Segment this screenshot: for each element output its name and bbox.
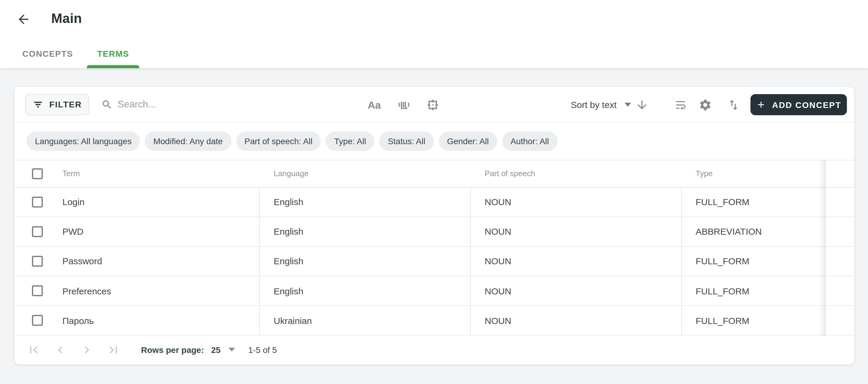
chip-author[interactable]: Author: All (502, 131, 558, 150)
chip-label: Modified: Any date (153, 136, 223, 146)
pagination-bar: Rows per page: 25 1-5 of 5 (14, 336, 854, 364)
last-page-icon[interactable] (106, 343, 121, 357)
chip-label: Status: All (388, 136, 426, 146)
table-header: Term Language Part of speech Type (14, 160, 854, 187)
chip-status[interactable]: Status: All (379, 131, 434, 150)
page-title: Main (51, 11, 82, 27)
language-cell: English (259, 276, 470, 305)
plus-icon (756, 99, 766, 110)
filter-lines-icon (33, 99, 43, 110)
column-header-term: Term (62, 169, 80, 178)
chip-modified[interactable]: Modified: Any date (145, 131, 231, 150)
table-row[interactable]: Login English NOUN FULL_FORM (14, 187, 854, 217)
language-cell: English (259, 247, 470, 276)
term-cell: Preferences (62, 286, 111, 296)
toolbar: FILTER Aa Sort by t (14, 87, 854, 122)
sort-by-label: Sort by text (571, 99, 617, 110)
search-box (101, 94, 299, 115)
terms-card: FILTER Aa Sort by t (14, 87, 854, 364)
first-page-icon[interactable] (27, 343, 41, 357)
row-checkbox[interactable] (32, 285, 42, 296)
row-checkbox[interactable] (32, 256, 42, 267)
pagination-range: 1-5 of 5 (248, 345, 277, 355)
app-bar: Main CONCEPTS TERMS (0, 0, 868, 68)
row-checkbox[interactable] (32, 196, 42, 207)
search-input[interactable] (118, 99, 299, 110)
type-cell: FULL_FORM (681, 187, 825, 216)
chip-label: Author: All (510, 136, 549, 146)
sort-by-dropdown[interactable]: Sort by text (571, 94, 631, 115)
language-cell: English (259, 217, 470, 246)
type-cell: ABBREVIATION (681, 217, 825, 246)
tab-concepts[interactable]: CONCEPTS (8, 39, 87, 68)
match-case-icon[interactable]: Aa (368, 99, 381, 111)
chip-part-of-speech[interactable]: Part of speech: All (236, 131, 321, 150)
table-row[interactable]: Password English NOUN FULL_FORM (14, 247, 854, 276)
term-cell: PWD (62, 227, 84, 237)
caret-down-icon (228, 348, 235, 352)
chip-label: Type: All (334, 136, 366, 146)
arrow-left-icon (16, 12, 31, 27)
actions-cell (825, 217, 854, 246)
actions-cell (825, 306, 854, 335)
fuzzy-match-icon[interactable] (397, 98, 411, 112)
previous-page-icon[interactable] (53, 343, 67, 357)
terminology-page: Main CONCEPTS TERMS FILTER (0, 0, 868, 384)
column-header-type: Type (681, 160, 825, 187)
wrap-text-icon[interactable] (674, 98, 687, 111)
back-button[interactable] (16, 12, 31, 27)
next-page-icon[interactable] (80, 343, 94, 357)
part-of-speech-cell: NOUN (470, 187, 681, 216)
part-of-speech-cell: NOUN (470, 217, 681, 246)
part-of-speech-cell: NOUN (470, 306, 681, 335)
chip-label: Languages: All languages (35, 136, 132, 146)
table-row[interactable]: PWD English NOUN ABBREVIATION (14, 217, 854, 246)
chip-label: Part of speech: All (244, 136, 313, 146)
column-header-actions (825, 160, 854, 187)
rows-per-page-value: 25 (211, 345, 221, 355)
actions-cell (825, 187, 854, 216)
swap-vertical-icon[interactable] (727, 98, 740, 111)
select-all-checkbox[interactable] (32, 168, 42, 179)
chip-label: Gender: All (447, 136, 489, 146)
add-concept-label: ADD CONCEPT (772, 100, 841, 110)
content-area: FILTER Aa Sort by t (0, 68, 868, 384)
filter-button-label: FILTER (50, 100, 82, 110)
column-header-part-of-speech: Part of speech (470, 160, 681, 187)
filter-button[interactable]: FILTER (25, 94, 89, 115)
part-of-speech-cell: NOUN (470, 247, 681, 276)
caret-down-icon (624, 102, 631, 107)
settings-gear-icon[interactable] (699, 98, 712, 111)
chip-gender[interactable]: Gender: All (438, 131, 497, 150)
term-cell: Password (62, 256, 102, 266)
search-icon (101, 99, 113, 110)
actions-cell (825, 247, 854, 276)
language-cell: English (259, 187, 470, 216)
table-body: Login English NOUN FULL_FORM PWD English… (14, 187, 854, 336)
column-header-language: Language (259, 160, 470, 187)
type-cell: FULL_FORM (681, 276, 825, 305)
add-concept-button[interactable]: ADD CONCEPT (750, 94, 846, 115)
part-of-speech-cell: NOUN (470, 276, 681, 305)
type-cell: FULL_FORM (681, 247, 825, 276)
tab-terms[interactable]: TERMS (87, 39, 139, 68)
term-cell: Пароль (62, 316, 94, 326)
rows-per-page-select[interactable]: 25 (211, 345, 235, 355)
row-checkbox[interactable] (32, 226, 42, 237)
language-cell: Ukrainian (259, 306, 470, 335)
chip-type[interactable]: Type: All (326, 131, 375, 150)
table-row[interactable]: Preferences English NOUN FULL_FORM (14, 276, 854, 306)
sort-direction-icon[interactable] (635, 98, 649, 111)
filter-chips-row: Languages: All languages Modified: Any d… (14, 122, 854, 160)
type-cell: FULL_FORM (681, 306, 825, 335)
tab-terms-label: TERMS (97, 49, 129, 58)
table-row[interactable]: Пароль Ukrainian NOUN FULL_FORM (14, 306, 854, 336)
exact-match-icon[interactable] (426, 98, 439, 111)
rows-per-page-label: Rows per page: (141, 345, 204, 355)
chip-languages[interactable]: Languages: All languages (27, 131, 140, 150)
tab-bar: CONCEPTS TERMS (8, 39, 139, 68)
actions-cell (825, 276, 854, 305)
tab-concepts-label: CONCEPTS (22, 49, 73, 58)
term-cell: Login (62, 197, 84, 207)
row-checkbox[interactable] (32, 315, 42, 326)
